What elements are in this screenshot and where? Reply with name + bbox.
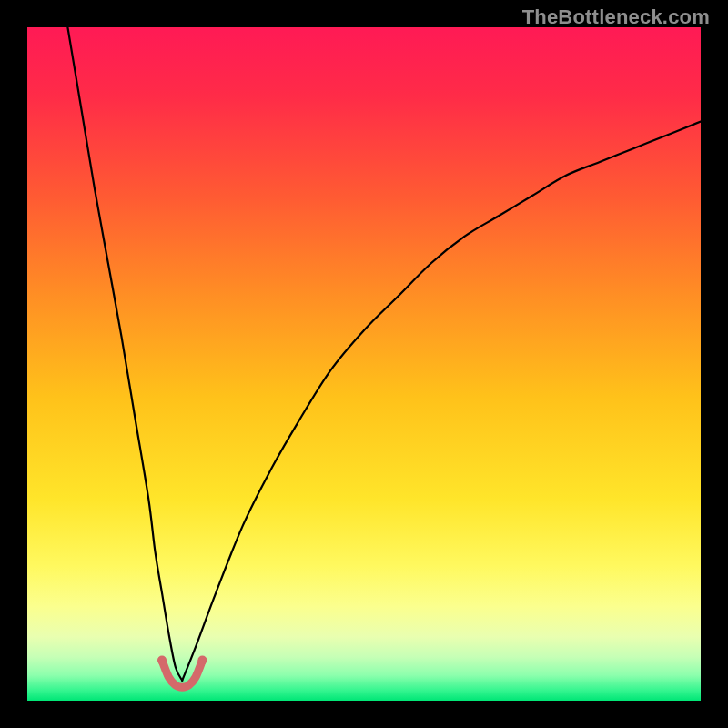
watermark-text: TheBottleneck.com xyxy=(522,5,710,29)
gradient-background xyxy=(27,27,701,701)
notch-end-dot xyxy=(197,656,207,665)
plot-area xyxy=(27,27,701,701)
notch-end-dot xyxy=(157,656,167,665)
outer-frame: TheBottleneck.com xyxy=(0,0,728,728)
chart-svg xyxy=(27,27,701,701)
